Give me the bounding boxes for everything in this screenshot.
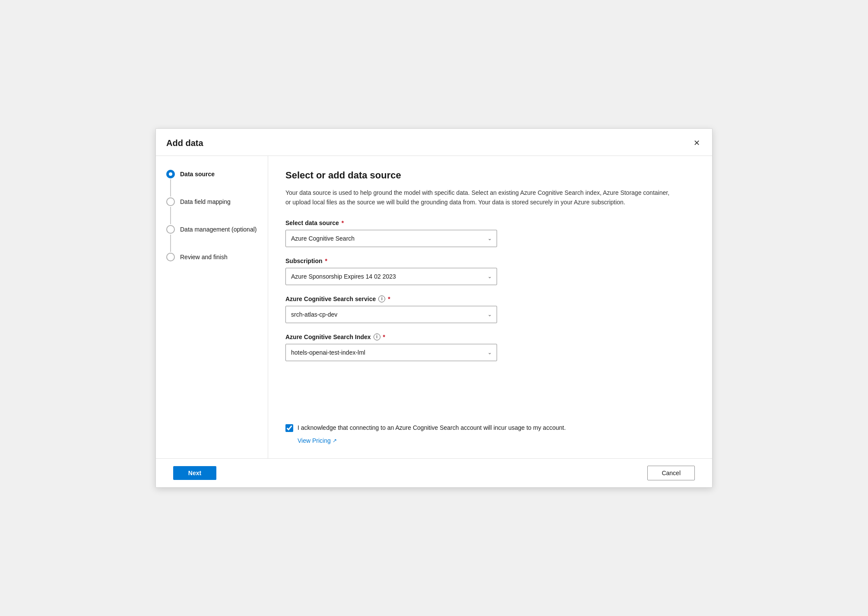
required-star-data-source: *: [342, 219, 344, 226]
step-connector-2: [170, 207, 171, 224]
step-connector-wrapper-2: [166, 197, 175, 225]
acknowledge-label: I acknowledge that connecting to an Azur…: [298, 424, 566, 432]
step-label-review-finish: Review and finish: [180, 253, 228, 262]
step-item-data-management: Data management (optional): [166, 225, 257, 253]
step-item-data-source: Data source: [166, 170, 257, 197]
add-data-dialog: Add data ✕ Data source: [155, 128, 713, 488]
label-subscription: Subscription *: [285, 257, 695, 264]
step-circle-review-finish: [166, 253, 175, 261]
section-title: Select or add data source: [285, 170, 695, 181]
step-label-data-field-mapping: Data field mapping: [180, 197, 231, 206]
data-source-select[interactable]: Azure Cognitive Search Azure Storage Upl…: [285, 230, 497, 247]
step-connector-1: [170, 179, 171, 197]
select-wrapper-data-source: Azure Cognitive Search Azure Storage Upl…: [285, 230, 497, 247]
form-group-subscription: Subscription * Azure Sponsorship Expires…: [285, 257, 695, 285]
dialog-title: Add data: [166, 138, 203, 148]
form-group-data-source: Select data source * Azure Cognitive Sea…: [285, 219, 695, 247]
form-group-search-index: Azure Cognitive Search Index i * hotels-…: [285, 333, 695, 361]
checkbox-row: I acknowledge that connecting to an Azur…: [285, 424, 695, 432]
step-connector-wrapper-3: [166, 225, 175, 253]
select-wrapper-search-service: srch-atlas-cp-dev ⌄: [285, 306, 497, 323]
label-data-source: Select data source *: [285, 219, 695, 226]
cancel-button[interactable]: Cancel: [647, 466, 695, 480]
step-label-data-management: Data management (optional): [180, 225, 257, 234]
subscription-select[interactable]: Azure Sponsorship Expires 14 02 2023: [285, 268, 497, 285]
info-icon-search-service[interactable]: i: [378, 295, 385, 302]
required-star-search-service: *: [388, 295, 390, 302]
step-connector-wrapper-1: [166, 170, 175, 197]
step-item-data-field-mapping: Data field mapping: [166, 197, 257, 225]
step-list: Data source Data field mapping: [166, 170, 257, 262]
required-star-subscription: *: [325, 257, 327, 264]
dialog-header: Add data ✕: [156, 129, 712, 156]
acknowledge-section: I acknowledge that connecting to an Azur…: [285, 410, 695, 445]
search-index-select[interactable]: hotels-openai-test-index-lml: [285, 344, 497, 361]
select-wrapper-search-index: hotels-openai-test-index-lml ⌄: [285, 344, 497, 361]
dialog-body: Data source Data field mapping: [156, 156, 712, 458]
step-connector-wrapper-4: [166, 253, 175, 261]
dialog-footer: Next Cancel: [156, 458, 712, 487]
step-item-review-finish: Review and finish: [166, 253, 257, 262]
step-circle-data-field-mapping: [166, 197, 175, 206]
form-group-search-service: Azure Cognitive Search service i * srch-…: [285, 295, 695, 323]
acknowledge-checkbox[interactable]: [285, 424, 293, 432]
external-link-icon: ↗: [333, 438, 337, 444]
step-connector-3: [170, 235, 171, 252]
select-wrapper-subscription: Azure Sponsorship Expires 14 02 2023 ⌄: [285, 268, 497, 285]
next-button[interactable]: Next: [173, 466, 216, 480]
label-search-service: Azure Cognitive Search service i *: [285, 295, 695, 302]
search-service-select[interactable]: srch-atlas-cp-dev: [285, 306, 497, 323]
view-pricing-link[interactable]: View Pricing ↗: [298, 437, 337, 444]
required-star-search-index: *: [383, 333, 385, 340]
step-circle-data-management: [166, 225, 175, 234]
close-icon: ✕: [694, 139, 700, 147]
info-icon-search-index[interactable]: i: [374, 333, 380, 340]
close-button[interactable]: ✕: [692, 137, 702, 149]
description: Your data source is used to help ground …: [285, 188, 674, 207]
sidebar: Data source Data field mapping: [156, 156, 268, 458]
label-search-index: Azure Cognitive Search Index i *: [285, 333, 695, 340]
main-content: Select or add data source Your data sour…: [268, 156, 712, 458]
step-circle-data-source: [166, 170, 175, 178]
step-label-data-source: Data source: [180, 170, 215, 179]
view-pricing-label: View Pricing: [298, 437, 331, 444]
